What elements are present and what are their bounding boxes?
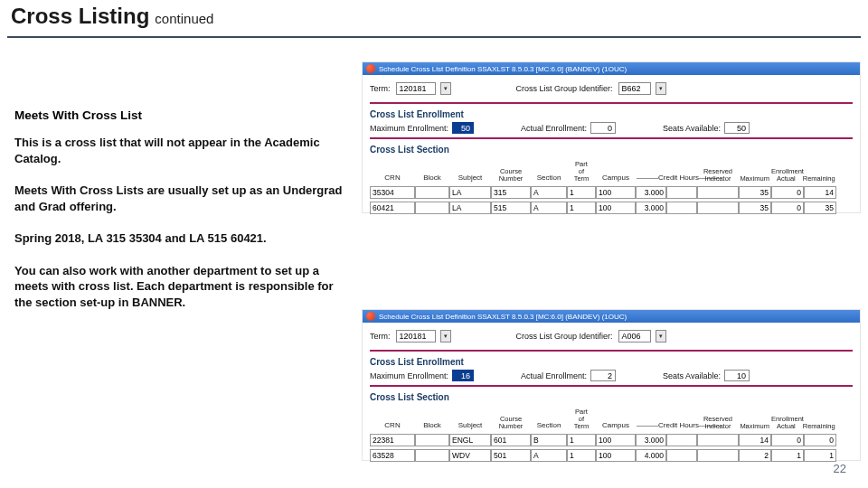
term-dropdown-icon[interactable]: ▾ [440, 82, 451, 95]
cell-campus[interactable]: 100 [596, 449, 636, 462]
cell-crlo[interactable]: 3.000 [636, 202, 666, 214]
avail-label: Seats Available: [663, 371, 721, 380]
term-field[interactable]: 120181 [396, 82, 436, 95]
cell-sec[interactable]: A [531, 449, 567, 462]
col-enroll: EnrollmentMaximumActualRemaining [739, 415, 836, 431]
col-part-of-term: PartofTerm [567, 160, 596, 183]
cell-block[interactable] [415, 434, 449, 446]
cell-crhi[interactable] [666, 434, 697, 446]
cell-crlo[interactable]: 3.000 [636, 434, 666, 446]
max-value[interactable]: 50 [452, 122, 474, 134]
cell-res[interactable] [697, 186, 739, 199]
col-reserved: ReservedIndicator [697, 167, 739, 183]
cell-num[interactable]: 601 [491, 434, 531, 446]
cell-crlo[interactable]: 4.000 [636, 449, 666, 462]
cell-rem[interactable]: 0 [804, 434, 836, 446]
enrollment-section-title: Cross List Enrollment [370, 109, 853, 119]
page-number: 22 [834, 462, 846, 475]
cell-pot[interactable]: 1 [567, 449, 596, 462]
cell-subj[interactable]: ENGL [449, 434, 491, 446]
cell-crhi[interactable] [666, 186, 697, 199]
para-4: You can also work with another departmen… [14, 263, 349, 311]
group-dropdown-icon[interactable]: ▾ [656, 330, 666, 343]
col-crn: CRN [370, 421, 415, 430]
col-part-of-term: PartofTerm [567, 408, 596, 431]
cell-campus[interactable]: 100 [596, 434, 636, 446]
group-field[interactable]: A006 [618, 330, 651, 343]
cell-max[interactable]: 35 [739, 186, 771, 199]
col-credit-hours: ———Credit Hours——— [636, 421, 697, 430]
cell-subj[interactable]: LA [449, 202, 491, 214]
term-field[interactable]: 120181 [396, 330, 436, 343]
cell-pot[interactable]: 1 [567, 434, 596, 446]
cell-rem[interactable]: 1 [804, 449, 836, 462]
cell-crn[interactable]: 22381 [370, 434, 415, 446]
grid-header: CRN Block Subject CourseNumber Section P… [370, 408, 853, 431]
max-value[interactable]: 16 [452, 370, 474, 381]
para-1: This is a cross list that will not appea… [14, 135, 349, 166]
oracle-icon [366, 312, 375, 321]
cell-crlo[interactable]: 3.000 [636, 186, 666, 199]
slide-title-bar: Cross Listing continued [7, 4, 861, 38]
page-title: Cross Listing [11, 4, 149, 29]
col-section: Section [531, 421, 567, 430]
group-label: Cross List Group Identifier: [516, 84, 613, 93]
term-label: Term: [370, 84, 391, 93]
term-label: Term: [370, 332, 391, 341]
cell-act[interactable]: 0 [771, 202, 804, 214]
window-title-bar: Schedule Cross List Definition SSAXLST 8… [363, 310, 860, 323]
cell-campus[interactable]: 100 [596, 186, 636, 199]
group-label: Cross List Group Identifier: [516, 332, 613, 341]
term-dropdown-icon[interactable]: ▾ [440, 330, 451, 343]
cell-res[interactable] [697, 202, 739, 214]
cell-crhi[interactable] [666, 202, 697, 214]
page-subtitle: continued [155, 11, 213, 26]
cell-crn[interactable]: 63528 [370, 449, 415, 462]
cell-subj[interactable]: WDV [449, 449, 491, 462]
cell-campus[interactable]: 100 [596, 202, 636, 214]
cell-act[interactable]: 0 [771, 434, 804, 446]
enrollment-row: Maximum Enrollment:16 Actual Enrollment:… [370, 370, 853, 381]
table-row: 60421LA515A11003.00035035 [370, 202, 853, 214]
cell-res[interactable] [697, 449, 739, 462]
cell-crn[interactable]: 35304 [370, 186, 415, 199]
cell-res[interactable] [697, 434, 739, 446]
cell-block[interactable] [415, 449, 449, 462]
para-3: Spring 2018, LA 315 35304 and LA 515 604… [14, 230, 349, 247]
cell-act[interactable]: 0 [771, 186, 804, 199]
cell-block[interactable] [415, 202, 449, 214]
col-credit-hours: ———Credit Hours——— [636, 174, 697, 183]
cell-sec[interactable]: A [531, 202, 567, 214]
cell-pot[interactable]: 1 [567, 186, 596, 199]
cell-crhi[interactable] [666, 449, 697, 462]
col-reserved: ReservedIndicator [697, 415, 739, 431]
divider [370, 385, 853, 387]
table-row: 22381ENGL601B11003.0001400 [370, 434, 853, 446]
col-block: Block [415, 174, 449, 183]
col-campus: Campus [596, 174, 636, 183]
cell-sec[interactable]: B [531, 434, 567, 446]
cell-act[interactable]: 1 [771, 449, 804, 462]
col-course-number: CourseNumber [491, 167, 531, 183]
window-title: Schedule Cross List Definition SSAXLST 8… [379, 65, 627, 73]
cell-subj[interactable]: LA [449, 186, 491, 199]
cell-pot[interactable]: 1 [567, 202, 596, 214]
cell-rem[interactable]: 14 [804, 186, 836, 199]
cell-num[interactable]: 315 [491, 186, 531, 199]
col-subject: Subject [449, 421, 491, 430]
banner-form-screenshot-2: Schedule Cross List Definition SSAXLST 8… [362, 309, 861, 461]
cell-max[interactable]: 35 [739, 202, 771, 214]
cell-crn[interactable]: 60421 [370, 202, 415, 214]
window-title: Schedule Cross List Definition SSAXLST 8… [379, 313, 627, 321]
cell-sec[interactable]: A [531, 186, 567, 199]
cell-num[interactable]: 501 [491, 449, 531, 462]
group-field[interactable]: B662 [618, 82, 651, 95]
cell-rem[interactable]: 35 [804, 202, 836, 214]
avail-value: 50 [724, 122, 750, 134]
cell-block[interactable] [415, 186, 449, 199]
window-title-bar: Schedule Cross List Definition SSAXLST 8… [363, 62, 860, 75]
group-dropdown-icon[interactable]: ▾ [656, 82, 666, 95]
cell-max[interactable]: 2 [739, 449, 771, 462]
cell-num[interactable]: 515 [491, 202, 531, 214]
cell-max[interactable]: 14 [739, 434, 771, 446]
